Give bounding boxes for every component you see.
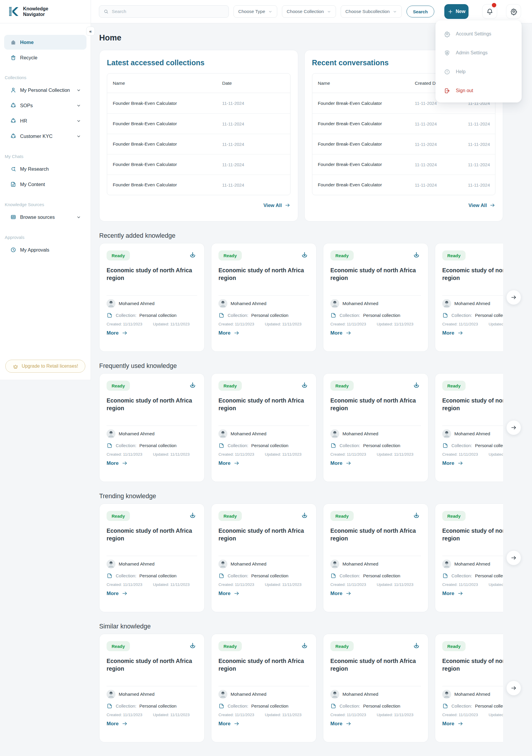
more-link[interactable]: More xyxy=(107,330,197,336)
sidebar-item[interactable]: My Approvals xyxy=(4,242,87,257)
download-button[interactable] xyxy=(412,641,421,650)
menu-item[interactable]: Help xyxy=(436,64,522,80)
carousel-next-button[interactable] xyxy=(506,290,521,305)
updated-date: Updated: 11/11/2023 xyxy=(489,582,503,587)
sidebar-item-label: My Content xyxy=(20,182,45,187)
more-link[interactable]: More xyxy=(107,460,197,466)
more-link[interactable]: More xyxy=(442,460,503,466)
sidebar-item[interactable]: Home xyxy=(4,35,87,50)
filter-dropdown[interactable]: Choose Collection xyxy=(282,5,336,18)
knowledge-card: Ready Economic study of north Africa reg… xyxy=(211,634,316,742)
download-button[interactable] xyxy=(300,381,309,390)
brand-k-icon xyxy=(8,6,19,17)
collection-value: Personal collection xyxy=(139,443,176,448)
created-date: Created: 11/11/2023 xyxy=(219,452,254,457)
upgrade-button[interactable]: Upgrade to Retail licenses! xyxy=(5,360,85,373)
updated-date: Updated: 11/11/2023 xyxy=(377,322,413,326)
filter-dropdown[interactable]: Choose Subcollection xyxy=(341,5,402,18)
filter-dropdown[interactable]: Choose Type xyxy=(233,5,277,18)
avatar xyxy=(442,429,451,438)
row-name: Founder Break-Even Calculator xyxy=(312,182,415,188)
more-link[interactable]: More xyxy=(107,720,197,727)
more-link[interactable]: More xyxy=(442,720,503,727)
settings-button[interactable] xyxy=(506,4,521,19)
download-button[interactable] xyxy=(300,511,309,520)
download-button[interactable] xyxy=(412,251,421,259)
sidebar-item[interactable]: Customer KYC xyxy=(4,128,87,144)
new-button[interactable]: New xyxy=(444,4,468,19)
collection-file-icon xyxy=(219,443,225,448)
download-button[interactable] xyxy=(300,251,309,259)
knowledge-title: Economic study of north Africa region xyxy=(107,266,197,282)
more-link[interactable]: More xyxy=(330,590,421,597)
chevron-down-icon xyxy=(76,215,81,220)
more-link[interactable]: More xyxy=(442,590,503,597)
person-icon xyxy=(10,87,16,93)
updated-date: Updated: 11/11/2023 xyxy=(153,322,190,326)
search-input[interactable] xyxy=(112,9,225,14)
download-button[interactable] xyxy=(412,381,421,390)
table-row[interactable]: Founder Break-Even Calculator11-11-20241… xyxy=(312,113,495,134)
table-row[interactable]: Founder Break-Even Calculator11-11-2024 xyxy=(107,113,290,134)
more-link[interactable]: More xyxy=(219,720,309,727)
menu-item[interactable]: Sign out xyxy=(436,82,522,99)
more-link[interactable]: More xyxy=(330,330,421,336)
sidebar-item[interactable]: HR xyxy=(4,113,87,128)
carousel-next-button[interactable] xyxy=(506,420,521,435)
divider xyxy=(442,295,503,296)
sidebar-group: Knowledge Sources Browse sources xyxy=(4,202,87,225)
updated-date: Updated: 11/11/2023 xyxy=(489,713,503,717)
card-dates: Created: 11/11/2023 Updated: 11/11/2023 xyxy=(330,322,421,326)
sidebar-item-label: My Personal Collection xyxy=(20,87,70,93)
sidebar-item[interactable]: My Content xyxy=(4,176,87,192)
more-link[interactable]: More xyxy=(219,590,309,597)
download-button[interactable] xyxy=(300,641,309,650)
download-button[interactable] xyxy=(188,641,197,650)
sidebar-collapse-button[interactable]: « xyxy=(86,27,95,36)
sidebar-item[interactable]: Browse sources xyxy=(4,209,87,225)
download-button[interactable] xyxy=(188,511,197,520)
arrow-right-icon xyxy=(490,202,495,208)
more-link[interactable]: More xyxy=(219,330,309,336)
menu-item[interactable]: Account Settings xyxy=(436,26,522,42)
table-row[interactable]: Founder Break-Even Calculator11-11-2024 xyxy=(107,175,290,195)
download-button[interactable] xyxy=(188,251,197,259)
search-button[interactable]: Search xyxy=(407,6,434,17)
table-row[interactable]: Founder Break-Even Calculator11-11-20241… xyxy=(312,175,495,195)
collection-file-icon xyxy=(219,312,225,318)
table-row[interactable]: Founder Break-Even Calculator11-11-2024 xyxy=(107,154,290,175)
view-all-link[interactable]: View All xyxy=(312,202,496,208)
avatar-person-icon xyxy=(107,560,116,568)
collection-value: Personal collection xyxy=(251,313,288,318)
collection-label: Collection: xyxy=(116,313,136,318)
arrow-right-icon xyxy=(121,460,128,466)
more-link[interactable]: More xyxy=(107,590,197,597)
sidebar-item[interactable]: Recycle xyxy=(4,50,87,65)
carousel-next-button[interactable] xyxy=(506,551,521,565)
menu-item[interactable]: Admin Settings xyxy=(436,44,522,61)
more-link[interactable]: More xyxy=(219,460,309,466)
collection-value: Personal collection xyxy=(363,443,400,448)
knowledge-section: Recently added knowledge Ready Economic … xyxy=(99,232,532,352)
table-row[interactable]: Founder Break-Even Calculator11-11-2024 xyxy=(107,93,290,113)
card-dates: Created: 11/11/2023 Updated: 11/11/2023 xyxy=(219,452,309,457)
chevron-down-icon xyxy=(76,103,81,108)
avatar-person-icon xyxy=(330,299,339,308)
more-link[interactable]: More xyxy=(442,330,503,336)
download-button[interactable] xyxy=(412,511,421,520)
table-row[interactable]: Founder Break-Even Calculator11-11-20241… xyxy=(312,134,495,154)
created-date: Created: 11/11/2023 xyxy=(107,713,142,717)
sidebar-item[interactable]: My Research xyxy=(4,161,87,176)
download-button[interactable] xyxy=(188,381,197,390)
more-link[interactable]: More xyxy=(330,460,421,466)
view-all-link[interactable]: View All xyxy=(107,202,290,208)
sidebar-item[interactable]: SOPs xyxy=(4,98,87,113)
more-link[interactable]: More xyxy=(330,720,421,727)
table-row[interactable]: Founder Break-Even Calculator11-11-2024 xyxy=(107,134,290,154)
download-icon xyxy=(189,381,197,389)
sidebar-item[interactable]: My Personal Collection xyxy=(4,82,87,98)
carousel-next-button[interactable] xyxy=(506,681,521,695)
table-row[interactable]: Founder Break-Even Calculator11-11-20241… xyxy=(312,154,495,175)
notifications-button[interactable] xyxy=(482,4,497,19)
created-date: Created: 11/11/2023 xyxy=(330,713,366,717)
